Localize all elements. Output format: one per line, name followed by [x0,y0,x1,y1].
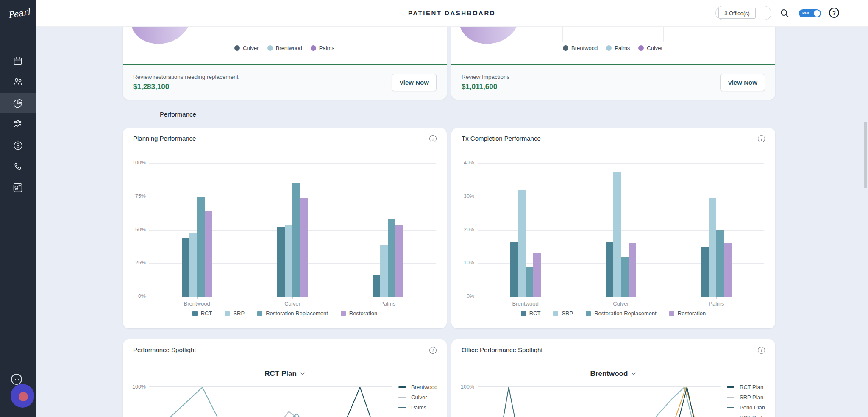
bar-srp [285,225,292,297]
legend-item-brentwood[interactable]: Brentwood [267,45,302,51]
bar-rct [373,275,380,297]
bar-group-brentwood [182,197,212,297]
info-icon[interactable]: i [429,135,437,142]
office-selector-value[interactable]: 3 Office(s) [718,8,756,19]
line-chart: 100%75%BrentwoodCulverPalms [123,382,447,417]
top-header: PATIENT DASHBOARD 3 Office(s) PHI ? [36,0,868,27]
legend-item-srp-plan[interactable]: SRP Plan [727,394,763,400]
legend-item-srp[interactable]: SRP [225,310,245,317]
pie-chart-icon [13,98,23,108]
legend-item-rct[interactable]: RCT [521,310,541,317]
legend-item-culver[interactable]: Culver [234,45,259,51]
x-axis-label: Palms [687,300,746,307]
info-icon[interactable]: i [758,347,765,354]
pearl-logo[interactable]: .Pearl [3,1,33,26]
legend-item-restoration[interactable]: Restoration [341,310,377,317]
phi-toggle[interactable]: PHI [799,9,821,17]
office-dropdown-value: Brentwood [590,370,628,378]
info-icon[interactable]: i [758,135,765,142]
sidebar-item-procedures[interactable] [0,178,36,198]
sidebar-item-patients[interactable] [0,72,36,92]
legend-item-brentwood[interactable]: Brentwood [398,384,437,390]
sidebar-item-billing[interactable] [0,135,36,156]
legend-label: Palms [411,404,426,411]
section-label: Performance [160,111,196,118]
sidebar-item-calls[interactable] [0,156,36,177]
logo-text: Pearl [7,6,31,20]
info-icon[interactable]: i [429,347,437,354]
bar-group-palms [701,198,732,297]
bar-group-culver [606,172,636,297]
office-selector[interactable]: 3 Office(s) [715,6,771,20]
legend-item-rct[interactable]: RCT [192,310,212,317]
sidebar-item-analytics[interactable] [0,93,36,113]
bar-plot: 0%25%50%75%100%BrentwoodCulverPalms [149,163,436,297]
legend-item-rct-perform[interactable]: RCT Perform [727,414,772,417]
vertical-scrollbar-thumb[interactable] [864,122,867,188]
card-divider [123,364,447,364]
chat-widget-button[interactable] [11,384,34,408]
bar-plot: 0%10%20%30%40%BrentwoodCulverPalms [478,163,764,297]
card-title: Planning Performance [133,135,196,142]
metric-dropdown[interactable]: RCT Plan [123,367,447,380]
legend-item-restoration[interactable]: Restoration [669,310,706,317]
legend-dot [638,45,644,51]
x-axis-tick [388,297,388,299]
help-button[interactable]: ? [829,8,839,18]
legend-item-srp[interactable]: SRP [553,310,573,317]
card-title: Office Performance Spotlight [462,346,542,353]
legend-label: Brentwood [411,384,437,390]
legend-item-culver[interactable]: Culver [638,45,663,51]
legend-swatch [553,311,558,316]
bar-restoration-replacement [388,219,395,297]
series-line-brentwood [342,387,375,417]
bar-srp [189,233,197,297]
legend-label: Culver [411,394,427,400]
view-now-button[interactable]: View Now [720,74,765,91]
legend-label: Palms [615,45,630,51]
team-trend-icon [12,119,23,129]
bar-rct [182,238,189,297]
y-axis-label-100: 100% [455,384,474,390]
sidebar-item-team-performance[interactable] [0,114,36,134]
legend-swatch [257,311,262,316]
bar-srp [518,190,526,297]
chat-widget-core [19,392,28,401]
legend-item-brentwood[interactable]: Brentwood [563,45,598,51]
legend-item-rct-plan[interactable]: RCT Plan [727,384,763,390]
legend-swatch [521,311,526,316]
legend-item-restoration-replacement[interactable]: Restoration Replacement [586,310,657,317]
bar-group-palms [373,219,403,297]
planning-performance-card: Planning Performance i 0%25%50%75%100%Br… [123,128,447,328]
line-chart: 100%75%RCT PlanSRP PlanPerio PlanRCT Per… [451,382,775,417]
legend-item-perio-plan[interactable]: Perio Plan [727,404,765,411]
legend-swatch [225,311,230,316]
smiley-face-icon[interactable] [11,374,22,385]
bar-srp [613,172,621,297]
phi-toggle-knob [814,10,820,17]
legend-item-palms[interactable]: Palms [311,45,334,51]
y-axis-label: 10% [454,260,474,266]
chart-legend: RCTSRPRestoration ReplacementRestoration [451,310,775,317]
legend-label: Restoration [678,310,706,317]
sidebar-item-schedule[interactable] [0,51,36,71]
legend-item-restoration-replacement[interactable]: Restoration Replacement [257,310,328,317]
footer-text-block: Review Impactions $1,011,600 [462,74,509,91]
view-now-button[interactable]: View Now [392,74,437,91]
legend-item-palms[interactable]: Palms [606,45,630,51]
series-line-rct-perform [671,387,697,417]
card-title-row: Tx Completion Performance i [462,135,765,144]
card-title-row: Planning Performance i [133,135,437,144]
series-line-palms [160,387,223,417]
legend-swatch [398,407,406,408]
footer-amount: $1,283,100 [133,83,238,91]
series-line-perio-plan [501,387,517,417]
office-dropdown[interactable]: Brentwood [451,367,775,380]
legend-item-palms[interactable]: Palms [398,404,426,411]
bar-restoration [533,253,541,297]
search-button[interactable] [779,8,790,20]
card-title: Tx Completion Performance [462,135,541,142]
legend-item-culver[interactable]: Culver [398,394,427,400]
legend-label: Palms [319,45,334,51]
bar-rct [606,242,613,297]
